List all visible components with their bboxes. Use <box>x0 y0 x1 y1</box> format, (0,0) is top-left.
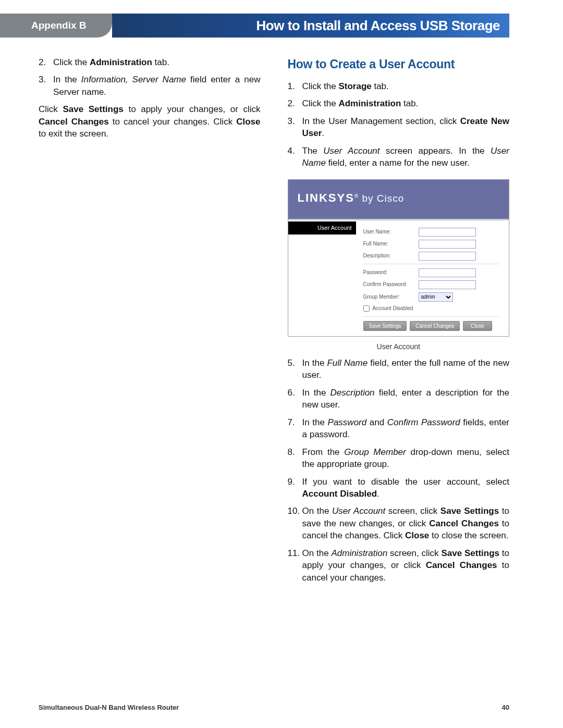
by-cisco-text: by Cisco <box>362 193 405 204</box>
cancel-changes-button[interactable]: Cancel Changes <box>410 321 460 331</box>
checkbox-account-disabled[interactable] <box>363 305 370 312</box>
row-confirm-password: Confirm Password: <box>363 280 500 289</box>
input-confirm-password[interactable] <box>419 280 476 289</box>
label-group-member: Group Member: <box>363 293 414 301</box>
input-password[interactable] <box>419 268 476 277</box>
user-account-figure: LINKSYS® by Cisco User Account User Name… <box>288 179 510 351</box>
header-appendix-cap: Appendix B <box>0 14 112 38</box>
label-password: Password: <box>363 269 414 276</box>
page-footer: Simultaneous Dual-N Band Wireless Router… <box>39 704 509 711</box>
content-area: Click the Administration tab. In the Inf… <box>39 56 509 589</box>
brand-text: LINKSYS <box>298 191 354 204</box>
ua-form: User Name: Full Name: Description: <box>356 220 509 336</box>
left-step-3: In the Information, Server Name field en… <box>39 73 261 98</box>
registered-mark: ® <box>354 193 359 199</box>
right-step-2: Click the Administration tab. <box>288 97 510 109</box>
ua-sidebar: User Account <box>288 220 356 336</box>
right-step-5: In the Full Name field, enter the full n… <box>288 357 510 381</box>
left-steps: Click the Administration tab. In the Inf… <box>39 56 261 98</box>
right-column: How to Create a User Account Click the S… <box>288 56 510 589</box>
ua-separator-1 <box>363 264 500 264</box>
right-step-6: In the Description field, enter a descri… <box>288 387 510 411</box>
left-closing: Click Save Settings to apply your change… <box>39 103 261 140</box>
footer-product: Simultaneous Dual-N Band Wireless Router <box>39 704 179 711</box>
appendix-label: Appendix B <box>31 20 87 31</box>
linksys-logo: LINKSYS® by Cisco <box>298 190 500 206</box>
page-title: How to Install and Access USB Storage <box>256 18 500 34</box>
select-group-member[interactable]: admin <box>419 292 453 302</box>
row-full-name: Full Name: <box>363 240 500 249</box>
ua-separator-2 <box>363 316 500 317</box>
label-user-name: User Name: <box>363 228 414 236</box>
left-step-2: Click the Administration tab. <box>39 56 261 68</box>
ua-header: LINKSYS® by Cisco <box>288 180 509 218</box>
footer-page-number: 40 <box>502 704 509 711</box>
section-heading: How to Create a User Account <box>288 56 510 73</box>
input-user-name[interactable] <box>419 228 476 237</box>
label-full-name: Full Name: <box>363 240 414 248</box>
input-full-name[interactable] <box>419 240 476 249</box>
label-confirm-password: Confirm Password: <box>363 281 414 288</box>
save-settings-button[interactable]: Save Settings <box>363 321 407 331</box>
right-step-3: In the User Management section, click Cr… <box>288 115 510 140</box>
row-group-member: Group Member: admin <box>363 292 500 302</box>
right-step-7: In the Password and Confirm Password fie… <box>288 416 510 441</box>
row-description: Description: <box>363 252 500 261</box>
right-step-9: If you want to disable the user account,… <box>288 476 510 500</box>
ua-tab-user-account[interactable]: User Account <box>288 221 356 235</box>
figure-caption: User Account <box>288 342 510 352</box>
input-description[interactable] <box>419 252 476 261</box>
row-account-disabled: Account Disabled <box>363 305 500 312</box>
right-steps-bottom: In the Full Name field, enter the full n… <box>288 357 510 584</box>
ua-body: User Account User Name: Full Name: <box>288 220 509 336</box>
label-account-disabled: Account Disabled <box>373 305 413 312</box>
user-account-window: LINKSYS® by Cisco User Account User Name… <box>288 179 510 336</box>
left-column: Click the Administration tab. In the Inf… <box>39 56 261 589</box>
header-title-bar: How to Install and Access USB Storage <box>112 14 509 38</box>
page: Appendix B How to Install and Access USB… <box>0 0 563 728</box>
right-step-4: The User Account screen appears. In the … <box>288 145 510 169</box>
header-banner: Appendix B How to Install and Access USB… <box>0 14 563 38</box>
close-button[interactable]: Close <box>463 321 492 331</box>
label-description: Description: <box>363 252 414 260</box>
right-steps-top: Click the Storage tab. Click the Adminis… <box>288 80 510 169</box>
right-step-1: Click the Storage tab. <box>288 80 510 92</box>
ua-button-row: Save Settings Cancel Changes Close <box>363 321 500 331</box>
right-step-11: On the Administration screen, click Save… <box>288 547 510 584</box>
row-user-name: User Name: <box>363 228 500 237</box>
right-step-8: From the Group Member drop-down menu, se… <box>288 446 510 471</box>
row-password: Password: <box>363 268 500 277</box>
right-step-10: On the User Account screen, click Save S… <box>288 505 510 541</box>
